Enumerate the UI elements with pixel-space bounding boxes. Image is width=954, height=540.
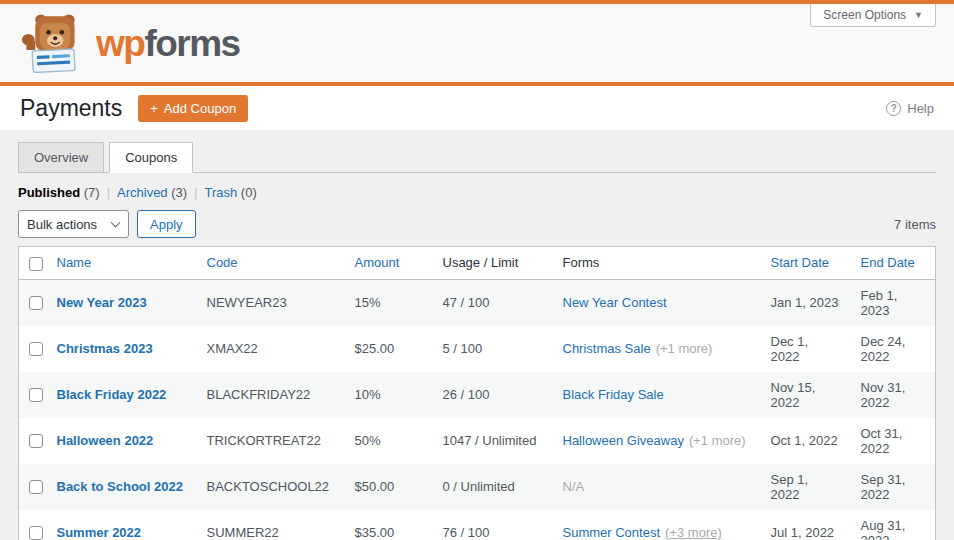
bulk-actions-select[interactable]: Bulk actions <box>18 210 129 238</box>
coupon-amount-cell: $25.00 <box>345 326 433 372</box>
coupon-amount-cell: $35.00 <box>345 510 433 540</box>
filter-count: (3) <box>168 185 188 200</box>
coupon-usage-cell: 1047 / Unlimited <box>433 418 553 464</box>
screen-options-label: Screen Options <box>823 8 906 22</box>
form-link[interactable]: Christmas Sale <box>563 341 651 356</box>
screen-options-button[interactable]: Screen Options ▼ <box>810 4 936 27</box>
coupon-usage-cell: 0 / Unlimited <box>433 464 553 510</box>
help-icon: ? <box>886 101 901 116</box>
chevron-down-icon: ▼ <box>914 11 923 20</box>
coupon-forms-cell: Christmas Sale(+1 more) <box>553 326 761 372</box>
table-row: New Year 2023NEWYEAR2315%47 / 100New Yea… <box>19 279 936 326</box>
sort-link[interactable]: End Date <box>861 255 915 270</box>
table-row: Black Friday 2022BLACKFRIDAY2210%26 / 10… <box>19 372 936 418</box>
sort-link[interactable]: Code <box>207 255 238 270</box>
wpforms-logo: wpforms <box>20 13 240 73</box>
column-header-amount-top[interactable]: Amount <box>345 247 433 280</box>
apply-button[interactable]: Apply <box>137 210 196 238</box>
table-row: Christmas 2023XMAX22$25.005 / 100Christm… <box>19 326 936 372</box>
filter-label: Published <box>18 185 80 200</box>
coupon-forms-cell: Black Friday Sale <box>553 372 761 418</box>
end-date-cell: Sep 31, 2022 <box>851 464 936 510</box>
column-header-usage-limit-top: Usage / Limit <box>433 247 553 280</box>
column-header-start-date-top[interactable]: Start Date <box>761 247 851 280</box>
row-checkbox[interactable] <box>29 342 43 356</box>
main-content: OverviewCoupons Published (7)|Archived (… <box>0 142 954 540</box>
start-date-cell: Jan 1, 2023 <box>761 279 851 326</box>
coupon-amount-cell: 50% <box>345 418 433 464</box>
row-checkbox[interactable] <box>29 388 43 402</box>
end-date-cell: Nov 31, 2022 <box>851 372 936 418</box>
form-link[interactable]: Halloween Giveaway <box>563 433 684 448</box>
coupon-usage-cell: 47 / 100 <box>433 279 553 326</box>
sort-link[interactable]: Amount <box>355 255 400 270</box>
column-header-forms-top: Forms <box>553 247 761 280</box>
sort-link[interactable]: Name <box>57 255 92 270</box>
coupon-code-cell: SUMMER22 <box>197 510 345 540</box>
tab-coupons[interactable]: Coupons <box>109 142 193 173</box>
form-link[interactable]: Black Friday Sale <box>563 387 664 402</box>
coupon-name-link[interactable]: Halloween 2022 <box>57 433 154 448</box>
coupon-amount-cell: 15% <box>345 279 433 326</box>
filter-label: Trash <box>204 185 237 200</box>
table-row: Summer 2022SUMMER22$35.0076 / 100Summer … <box>19 510 936 540</box>
more-forms-link[interactable]: (+3 more) <box>665 525 722 540</box>
filter-trash[interactable]: Trash (0) <box>204 185 256 200</box>
row-checkbox[interactable] <box>29 480 43 494</box>
column-header-code-top[interactable]: Code <box>197 247 345 280</box>
add-coupon-label: Add Coupon <box>164 101 236 116</box>
coupon-forms-cell: New Year Contest <box>553 279 761 326</box>
filter-archived[interactable]: Archived (3) <box>117 185 187 200</box>
form-link[interactable]: Summer Contest <box>563 525 661 540</box>
row-checkbox[interactable] <box>29 296 43 310</box>
wordmark-forms: forms <box>144 23 239 64</box>
coupon-forms-cell: N/A <box>553 464 761 510</box>
start-date-cell: Sep 1, 2022 <box>761 464 851 510</box>
coupon-name-link[interactable]: New Year 2023 <box>57 295 147 310</box>
filter-count: (0) <box>237 185 257 200</box>
coupon-name-link[interactable]: Christmas 2023 <box>57 341 153 356</box>
more-forms-link: (+1 more) <box>656 341 713 356</box>
row-checkbox[interactable] <box>29 434 43 448</box>
coupon-code-cell: XMAX22 <box>197 326 345 372</box>
tab-overview[interactable]: Overview <box>18 142 104 173</box>
end-date-cell: Oct 31, 2022 <box>851 418 936 464</box>
coupon-code-cell: BACKTOSCHOOL22 <box>197 464 345 510</box>
column-header-name-top[interactable]: Name <box>47 247 197 280</box>
form-link[interactable]: New Year Contest <box>563 295 667 310</box>
column-header-end-date-top[interactable]: End Date <box>851 247 936 280</box>
coupon-forms-cell: Halloween Giveaway(+1 more) <box>553 418 761 464</box>
page-title: Payments <box>20 95 122 122</box>
toolbar-top: Bulk actions Apply 7 items <box>18 210 936 238</box>
filter-separator: | <box>194 185 197 200</box>
end-date-cell: Dec 24, 2022 <box>851 326 936 372</box>
wordmark-wp: wp <box>96 23 144 64</box>
items-count: 7 items <box>894 217 936 232</box>
coupons-table: NameCodeAmountUsage / LimitFormsStart Da… <box>18 246 936 540</box>
plus-icon: + <box>150 101 158 116</box>
start-date-cell: Nov 15, 2022 <box>761 372 851 418</box>
help-link[interactable]: ? Help <box>886 101 934 116</box>
help-label: Help <box>907 101 934 116</box>
coupon-name-link[interactable]: Back to School 2022 <box>57 479 183 494</box>
table-head: NameCodeAmountUsage / LimitFormsStart Da… <box>19 247 936 280</box>
coupon-usage-cell: 26 / 100 <box>433 372 553 418</box>
bulk-actions-select-wrap: Bulk actions <box>18 210 129 238</box>
coupon-name-link[interactable]: Black Friday 2022 <box>57 387 167 402</box>
add-coupon-button[interactable]: + Add Coupon <box>138 95 248 122</box>
start-date-cell: Oct 1, 2022 <box>761 418 851 464</box>
sort-link[interactable]: Start Date <box>771 255 830 270</box>
forms-na-label: N/A <box>563 479 585 494</box>
select-all-checkbox[interactable] <box>29 257 43 271</box>
filter-published[interactable]: Published (7) <box>18 185 100 200</box>
row-checkbox[interactable] <box>29 526 43 540</box>
coupon-usage-cell: 5 / 100 <box>433 326 553 372</box>
status-filter-links: Published (7)|Archived (3)|Trash (0) <box>18 185 936 200</box>
coupon-code-cell: TRICKORTREAT22 <box>197 418 345 464</box>
coupon-name-link[interactable]: Summer 2022 <box>57 525 142 540</box>
start-date-cell: Jul 1, 2022 <box>761 510 851 540</box>
page-head: Payments + Add Coupon ? Help <box>0 86 954 130</box>
filter-label: Archived <box>117 185 168 200</box>
wpforms-bear-icon <box>20 13 86 73</box>
coupon-forms-cell: Summer Contest(+3 more) <box>553 510 761 540</box>
